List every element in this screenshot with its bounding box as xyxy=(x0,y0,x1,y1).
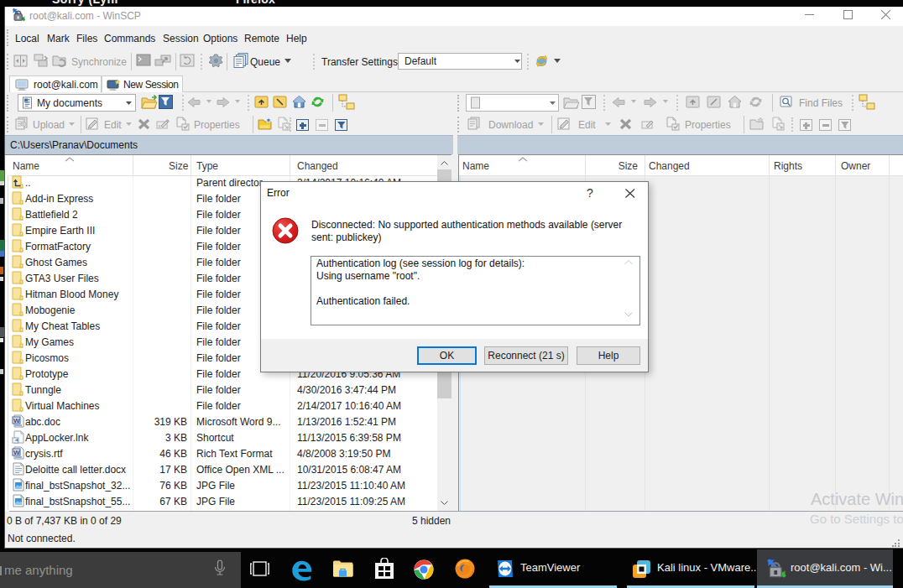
svg-text:W: W xyxy=(13,449,20,456)
svg-text:W: W xyxy=(13,417,20,424)
svg-text:x: x xyxy=(159,123,161,128)
